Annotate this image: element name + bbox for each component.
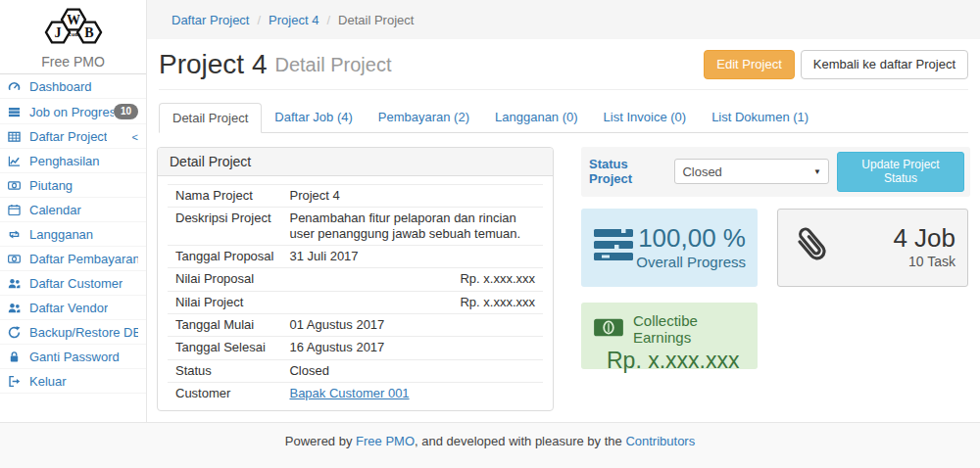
task-count-label: 10 Task: [893, 254, 956, 270]
project-tabs: Detail Project Daftar Job (4) Pembayaran…: [159, 103, 968, 133]
tasks-icon: [8, 105, 24, 118]
sidebar-item-penghasilan[interactable]: Penghasilan: [0, 149, 146, 173]
panel-title: Detail Project: [158, 148, 553, 176]
footer: Powered by Free PMO, and developed with …: [0, 422, 980, 468]
row-label: Tanggal Proposal: [168, 245, 281, 267]
table-row: Deskripsi Project Penambahan fitur pelap…: [168, 208, 543, 246]
footer-text-middle: , and developed with pleasure by the: [415, 434, 625, 448]
earnings-label: Collectibe Earnings: [633, 312, 746, 346]
sidebar-item-label: Langganan: [29, 227, 93, 242]
sidebar-item-label: Piutang: [29, 178, 73, 193]
breadcrumb-daftar-project[interactable]: Daftar Project: [172, 13, 249, 27]
row-value: Penambahan fitur pelaporan dan rincian u…: [281, 208, 543, 246]
sidebar-item-label: Daftar Pembayaran: [29, 252, 138, 266]
money-icon: [593, 317, 633, 341]
table-row: Nama Project Project 4: [168, 185, 543, 208]
sidebar-item-calendar[interactable]: Calendar: [0, 198, 146, 222]
tab-list-invoice[interactable]: List Invoice (0): [591, 103, 700, 133]
tab-daftar-job[interactable]: Daftar Job (4): [262, 103, 365, 133]
row-label: Tanggal Selesai: [168, 337, 281, 359]
free-pmo-link[interactable]: Free PMO: [356, 434, 415, 448]
row-value: Closed: [281, 359, 543, 382]
footer-text-prefix: Powered by: [285, 434, 356, 448]
sidebar-item-daftar-customer[interactable]: Daftar Customer: [0, 271, 146, 296]
contributors-link[interactable]: Contributors: [625, 434, 695, 448]
overall-progress-value: 100,00 %: [636, 224, 746, 254]
table-icon: [8, 130, 24, 144]
row-value: Rp. x.xxx.xxx: [281, 291, 543, 313]
chevron-left-icon: <: [132, 131, 138, 143]
free-pmo-app: J W B .com Free PMO Dashboard Job on Pro…: [0, 0, 980, 468]
table-row: Nilai Project Rp. x.xxx.xxx: [168, 291, 543, 313]
row-label: Nilai Proposal: [168, 268, 281, 291]
logo[interactable]: J W B .com Free PMO: [0, 0, 146, 74]
jwb-logo-icon: J W B .com: [34, 7, 113, 48]
tab-pembayaran[interactable]: Pembayaran (2): [366, 103, 482, 133]
row-value: 31 Juli 2017: [281, 245, 543, 267]
tab-detail-project[interactable]: Detail Project: [159, 103, 262, 133]
logo-letter-w: W: [67, 13, 80, 27]
sidebar-item-keluar[interactable]: Keluar: [0, 369, 146, 394]
table-row: Status Closed: [168, 359, 543, 382]
row-value: 01 Agustus 2017: [281, 313, 543, 336]
page-subtitle: Detail Project: [275, 54, 392, 76]
users-icon: [8, 302, 24, 315]
job-count-badge: 10: [114, 104, 138, 119]
logo-letter-j: J: [54, 25, 61, 40]
sidebar-item-daftar-pembayaran[interactable]: Daftar Pembayaran: [0, 247, 146, 271]
sign-out-icon: [8, 375, 24, 389]
users-icon: [8, 277, 24, 291]
status-selected-option: Closed: [682, 164, 721, 179]
update-project-status-button[interactable]: Update Project Status: [837, 152, 964, 192]
tab-list-dokumen[interactable]: List Dokumen (1): [699, 103, 821, 133]
sidebar-item-label: Keluar: [29, 374, 67, 389]
customer-link[interactable]: Bapak Customer 001: [289, 386, 409, 400]
money-icon: [8, 179, 24, 193]
logo-dotcom: .com: [67, 30, 80, 37]
back-to-project-list-button[interactable]: Kembali ke daftar Project: [801, 50, 968, 79]
breadcrumb-project-4[interactable]: Project 4: [269, 13, 318, 27]
row-label: Nama Project: [168, 185, 281, 208]
sidebar-item-daftar-vendor[interactable]: Daftar Vendor: [0, 296, 146, 320]
row-label: Nilai Project: [168, 291, 281, 313]
table-row: Tanggal Selesai 16 Agustus 2017: [168, 337, 543, 359]
row-label: Deskripsi Project: [168, 208, 281, 246]
sidebar-item-daftar-project[interactable]: Daftar Project <: [0, 124, 146, 149]
logo-letter-b: B: [84, 25, 93, 40]
sidebar-item-label: Backup/Restore DB: [29, 325, 138, 340]
sidebar: J W B .com Free PMO Dashboard Job on Pro…: [0, 0, 147, 422]
paperclip-icon: [790, 220, 835, 275]
sidebar-item-backup-restore-db[interactable]: Backup/Restore DB: [0, 320, 146, 345]
breadcrumb: Daftar Project / Project 4 / Detail Proj…: [147, 0, 980, 39]
row-label: Customer: [168, 382, 281, 404]
sidebar-item-job-on-progress[interactable]: Job on Progress 10: [0, 99, 146, 124]
table-row: Customer Bapak Customer 001: [168, 382, 543, 404]
sidebar-item-label: Job on Progress: [29, 105, 114, 119]
sidebar-item-label: Daftar Project: [29, 129, 107, 144]
brand-name: Free PMO: [0, 54, 146, 70]
sidebar-item-dashboard[interactable]: Dashboard: [0, 74, 146, 99]
chevron-down-icon: ▼: [813, 167, 821, 176]
edit-project-button[interactable]: Edit Project: [704, 50, 794, 79]
refresh-icon: [8, 326, 24, 340]
status-project-form: Status Project Closed ▼ Update Project S…: [581, 147, 970, 197]
sidebar-item-piutang[interactable]: Piutang: [0, 173, 146, 198]
sidebar-item-ganti-password[interactable]: Ganti Password: [0, 345, 146, 369]
overall-progress-card: 100,00 % Overall Progress: [581, 209, 758, 287]
row-value: 16 Agustus 2017: [281, 337, 543, 359]
row-label: Tanggal Mulai: [168, 313, 281, 336]
table-row: Tanggal Proposal 31 Juli 2017: [168, 245, 543, 267]
job-task-card: 4 Job 10 Task: [777, 209, 968, 287]
job-count-value: 4 Job: [893, 224, 956, 254]
tab-langganan[interactable]: Langganan (0): [482, 103, 591, 133]
sidebar-item-label: Ganti Password: [29, 350, 120, 364]
page-title: Project 4: [159, 49, 268, 80]
table-row: Nilai Proposal Rp. x.xxx.xxx: [168, 268, 543, 291]
status-select[interactable]: Closed ▼: [674, 159, 829, 184]
detail-project-panel: Detail Project Nama Project Project 4 De…: [157, 147, 554, 411]
main-content: Daftar Project / Project 4 / Detail Proj…: [147, 0, 980, 422]
sidebar-item-label: Dashboard: [29, 79, 92, 94]
sidebar-item-langganan[interactable]: Langganan: [0, 222, 146, 247]
lock-icon: [8, 351, 24, 364]
row-value: Project 4: [281, 185, 543, 208]
